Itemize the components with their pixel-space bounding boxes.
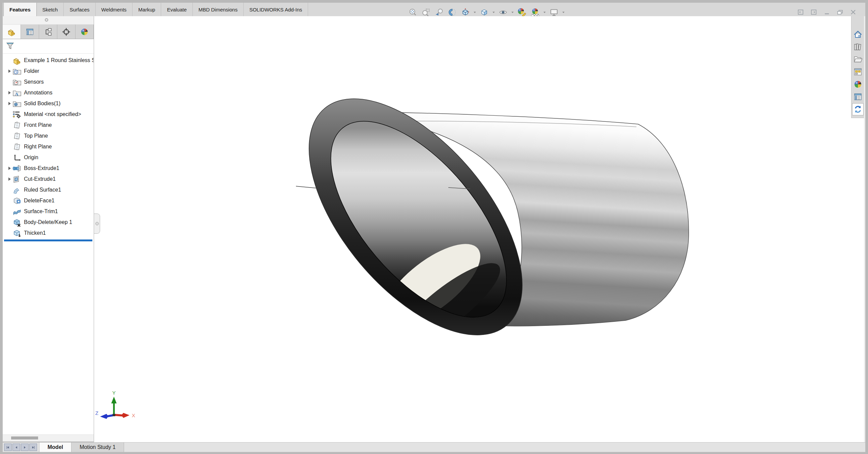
annotations-folder-icon: A <box>12 88 22 97</box>
ribbon-tab-solidworks-add-ins[interactable]: SOLIDWORKS Add-Ins <box>244 3 308 16</box>
document-tab-model[interactable]: Model <box>39 443 71 452</box>
tree-row-sensors[interactable]: Sensors <box>3 77 94 87</box>
ribbon-tab-label: Weldments <box>101 7 127 12</box>
expander-icon[interactable] <box>6 177 12 181</box>
scrollbar-thumb[interactable] <box>11 436 38 439</box>
document-tab-label: Motion Study 1 <box>80 444 116 450</box>
tree-row-folder[interactable]: Folder <box>3 66 94 77</box>
tree-row-cut-extrude1[interactable]: Cut-Extrude1 <box>3 174 94 185</box>
previous-tab-icon[interactable] <box>12 444 20 451</box>
dimxpertmanager-icon[interactable] <box>57 25 76 39</box>
tree-row-solid-bodies-1[interactable]: Solid Bodies(1) <box>3 98 94 109</box>
collapse-pane-right-icon[interactable] <box>810 8 818 16</box>
ribbon-tab-label: Markup <box>138 7 155 12</box>
propertymanager-icon[interactable] <box>21 25 39 39</box>
triad-x-label: X <box>132 413 135 418</box>
tree-row-body-delete-keep-1[interactable]: Body-Delete/Keep 1 <box>3 217 94 228</box>
ribbon-tab-markup[interactable]: Markup <box>132 3 161 16</box>
first-tab-icon[interactable] <box>4 444 12 451</box>
expander-icon <box>6 145 12 148</box>
expander-icon[interactable] <box>6 91 12 94</box>
close-icon[interactable] <box>849 8 857 16</box>
configurationmanager-icon[interactable] <box>39 25 57 39</box>
boss-extrude-icon <box>12 164 22 173</box>
tree-row-boss-extrude1[interactable]: Boss-Extrude1 <box>3 163 94 174</box>
triad-y-label: Y <box>112 390 116 396</box>
solidworks-window: FeaturesSketchSurfacesWeldmentsMarkupEva… <box>0 0 868 454</box>
tree-item-label: Body-Delete/Keep 1 <box>24 219 72 225</box>
origin-icon <box>12 153 22 162</box>
tree-row-material-not-specified[interactable]: Material <not specified> <box>3 109 94 120</box>
tree-item-label: Thicken1 <box>24 230 46 236</box>
file-explorer-icon[interactable] <box>852 53 864 65</box>
ribbon-tab-label: Sketch <box>42 7 58 12</box>
delete-face-icon <box>12 196 22 205</box>
triad-z-label: Z <box>95 410 98 416</box>
custom-properties-icon[interactable] <box>852 91 864 103</box>
document-tab-label: Model <box>48 444 63 450</box>
tree-row-front-plane[interactable]: Front Plane <box>3 120 94 131</box>
tree-row-top-plane[interactable]: Top Plane <box>3 131 94 141</box>
tree-row-thicken1[interactable]: Thicken1 <box>3 228 94 238</box>
triad-y-arrow <box>111 397 117 403</box>
expander-icon <box>6 199 12 202</box>
expander-icon[interactable] <box>6 167 12 170</box>
bottom-bar: ModelMotion Study 1 <box>3 442 865 452</box>
featuremanager-panel: Example 1 Round Stainless SFolderSensors… <box>3 16 94 442</box>
tree-item-label: Example 1 Round Stainless S <box>24 57 94 63</box>
tree-item-label: Sensors <box>24 79 44 85</box>
expander-icon[interactable] <box>6 69 12 73</box>
tree-row-origin[interactable]: Origin <box>3 152 94 163</box>
tree-item-label: DeleteFace1 <box>24 198 55 204</box>
task-pane <box>851 16 864 118</box>
tree-row-right-plane[interactable]: Right Plane <box>3 141 94 152</box>
part-icon <box>12 56 22 65</box>
collapse-pane-left-icon[interactable] <box>797 8 805 16</box>
panel-horizontal-scrollbar[interactable] <box>3 434 94 442</box>
tree-row-deleteface1[interactable]: DeleteFace1 <box>3 195 94 206</box>
ribbon-tab-label: Surfaces <box>69 7 89 12</box>
ribbon-tab-sketch[interactable]: Sketch <box>37 3 64 16</box>
document-tabs: ModelMotion Study 1 <box>39 443 124 452</box>
displaymanager-icon[interactable] <box>76 25 94 39</box>
ribbon-tab-evaluate[interactable]: Evaluate <box>161 3 192 16</box>
ribbon-tab-surfaces[interactable]: Surfaces <box>64 3 95 16</box>
body-delete-icon <box>12 218 22 227</box>
commandmanager-pin[interactable] <box>45 18 48 22</box>
ruled-surface-icon <box>12 186 22 195</box>
splitter-dot-icon <box>95 222 99 225</box>
document-tab-motion-study-1[interactable]: Motion Study 1 <box>71 443 124 452</box>
graphics-viewport[interactable]: Y X Z <box>94 16 864 442</box>
commandmanager-collapsed-strip <box>3 16 94 25</box>
restore-icon[interactable] <box>836 8 844 16</box>
tree-row-ruled-surface1[interactable]: Ruled Surface1 <box>3 185 94 195</box>
sync-icon[interactable] <box>852 103 864 115</box>
expander-icon[interactable] <box>6 102 12 105</box>
next-tab-icon[interactable] <box>21 444 29 451</box>
tree-item-label: Cut-Extrude1 <box>24 176 56 182</box>
rollback-bar[interactable] <box>4 239 92 242</box>
design-library-icon[interactable] <box>852 41 864 53</box>
filter-icon[interactable] <box>5 41 15 52</box>
expander-icon <box>6 59 12 62</box>
tree-row-annotations[interactable]: AAnnotations <box>3 87 94 98</box>
view-palette-icon[interactable] <box>852 66 864 78</box>
tree-item-label: Ruled Surface1 <box>24 187 61 193</box>
expander-icon <box>6 113 12 116</box>
thicken-icon <box>12 229 22 238</box>
home-icon[interactable] <box>852 28 864 40</box>
featuremanager-tree-icon[interactable] <box>3 25 21 39</box>
ribbon-tab-weldments[interactable]: Weldments <box>96 3 133 16</box>
exhaust-tip-model[interactable] <box>296 99 689 359</box>
sensors-folder-icon <box>12 78 22 87</box>
last-tab-icon[interactable] <box>29 444 37 451</box>
ribbon-tab-mbd-dimensions[interactable]: MBD Dimensions <box>193 3 244 16</box>
appearances-scenes-icon[interactable] <box>852 78 864 90</box>
tree-row-example-1-round-stainless-s[interactable]: Example 1 Round Stainless S <box>3 55 94 66</box>
triad-x-arrow <box>121 413 129 418</box>
ribbon-tab-features[interactable]: Features <box>3 3 37 16</box>
tree-row-surface-trim1[interactable]: Surface-Trim1 <box>3 206 94 217</box>
panel-splitter-handle[interactable] <box>94 214 100 234</box>
top-strip: FeaturesSketchSurfacesWeldmentsMarkupEva… <box>3 3 865 17</box>
minimize-icon[interactable] <box>823 8 831 16</box>
